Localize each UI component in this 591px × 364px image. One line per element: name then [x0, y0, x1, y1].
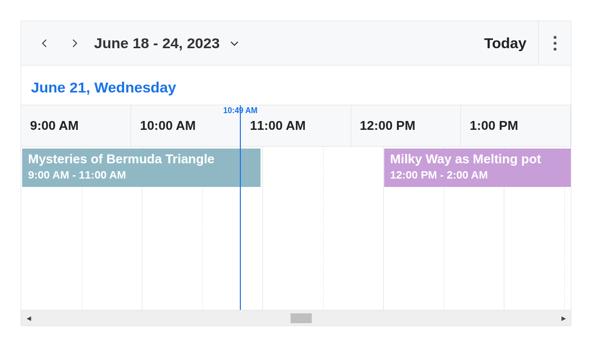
hour-header-cell[interactable]: 11:00 AM	[241, 105, 351, 146]
scroll-left-button[interactable]: ◀	[21, 310, 36, 326]
hour-header-cell[interactable]: 1:00 PM	[461, 105, 571, 146]
hour-header-cell[interactable]: 12:00 PM	[351, 105, 461, 146]
day-header[interactable]: June 21, Wednesday	[21, 65, 571, 105]
calendar-event[interactable]: Milky Way as Melting pot12:00 PM - 2:00 …	[384, 149, 571, 187]
event-title: Milky Way as Melting pot	[390, 152, 571, 167]
scroll-track[interactable]	[36, 310, 556, 326]
timeline: 9:00 AM10:00 AM11:00 AM12:00 PM1:00 PM M…	[21, 105, 571, 310]
prev-button[interactable]	[30, 29, 60, 58]
event-time-range: 9:00 AM - 11:00 AM	[28, 169, 255, 182]
today-button[interactable]: Today	[472, 21, 538, 65]
event-title: Mysteries of Bermuda Triangle	[28, 152, 255, 167]
hour-gridline	[263, 147, 263, 310]
toolbar: June 18 - 24, 2023 Today	[21, 21, 571, 65]
event-area[interactable]: Mysteries of Bermuda Triangle9:00 AM - 1…	[21, 147, 571, 310]
next-button[interactable]	[60, 29, 89, 58]
half-hour-gridline	[323, 147, 324, 310]
scroll-right-button[interactable]: ▶	[556, 310, 571, 326]
date-range-picker[interactable]: June 18 - 24, 2023	[94, 35, 240, 52]
calendar-event[interactable]: Mysteries of Bermuda Triangle9:00 AM - 1…	[22, 149, 261, 187]
scheduler: June 18 - 24, 2023 Today June 21, Wednes…	[21, 21, 571, 326]
more-vertical-icon	[554, 36, 557, 51]
date-range-label: June 18 - 24, 2023	[94, 35, 220, 52]
hour-header-row: 9:00 AM10:00 AM11:00 AM12:00 PM1:00 PM	[21, 105, 571, 147]
hour-header-cell[interactable]: 10:00 AM	[131, 105, 241, 146]
chevron-right-icon	[69, 38, 80, 49]
chevron-left-icon	[39, 38, 50, 49]
hour-header-cell[interactable]: 9:00 AM	[21, 105, 131, 146]
scroll-thumb[interactable]	[291, 313, 311, 323]
event-time-range: 12:00 PM - 2:00 AM	[390, 169, 571, 182]
hour-gridline	[383, 147, 384, 310]
more-options-button[interactable]	[538, 21, 571, 65]
horizontal-scrollbar[interactable]: ◀ ▶	[21, 310, 571, 326]
chevron-down-icon	[229, 37, 240, 49]
